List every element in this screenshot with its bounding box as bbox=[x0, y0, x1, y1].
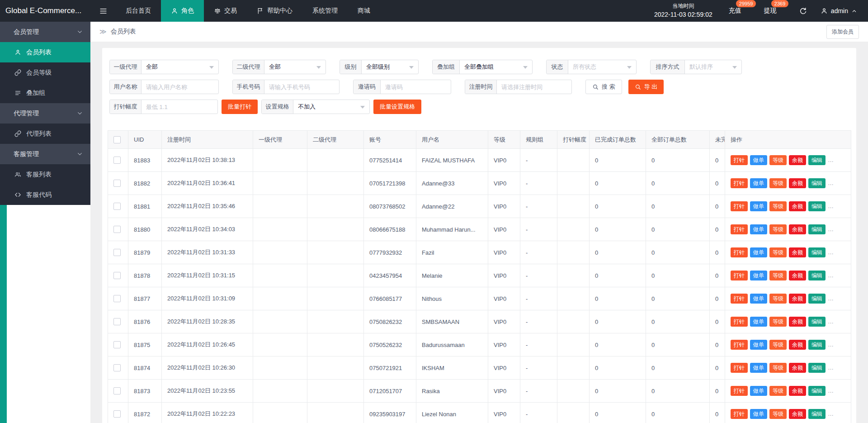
filter-agent1-select[interactable]: 全部 bbox=[142, 60, 218, 74]
nav-item-home[interactable]: 后台首页 bbox=[116, 0, 161, 22]
action-edit-button[interactable]: 编辑 bbox=[808, 409, 826, 419]
row-checkbox[interactable] bbox=[113, 410, 121, 418]
more-actions-button[interactable]: … bbox=[828, 249, 834, 256]
action-inject-button[interactable]: 打针 bbox=[731, 317, 748, 327]
action-inject-button[interactable]: 打针 bbox=[731, 155, 748, 165]
action-order-button[interactable]: 做单 bbox=[750, 178, 767, 188]
action-inject-button[interactable]: 打针 bbox=[731, 178, 748, 188]
action-balance-button[interactable]: 余额 bbox=[789, 201, 806, 211]
nav-item-trade[interactable]: 交易 bbox=[204, 0, 247, 22]
batch-inject-button[interactable]: 批量打针 bbox=[222, 100, 258, 114]
row-checkbox[interactable] bbox=[113, 387, 121, 394]
action-order-button[interactable]: 做单 bbox=[750, 271, 767, 280]
action-edit-button[interactable]: 编辑 bbox=[808, 363, 826, 373]
action-balance-button[interactable]: 余额 bbox=[789, 224, 806, 234]
action-inject-button[interactable]: 打针 bbox=[731, 224, 748, 234]
action-level-button[interactable]: 等级 bbox=[769, 178, 787, 188]
action-balance-button[interactable]: 余额 bbox=[789, 317, 806, 327]
action-order-button[interactable]: 做单 bbox=[750, 363, 767, 373]
filter-sort-select[interactable]: 默认排序 bbox=[685, 60, 741, 74]
row-checkbox[interactable] bbox=[113, 318, 121, 325]
more-actions-button[interactable]: … bbox=[828, 157, 834, 163]
sidebar-group-service-management[interactable]: 客服管理 bbox=[0, 144, 90, 164]
action-level-button[interactable]: 等级 bbox=[769, 386, 787, 396]
filter-level-select[interactable]: 全部级别 bbox=[362, 60, 418, 74]
row-checkbox[interactable] bbox=[113, 341, 121, 348]
action-order-button[interactable]: 做单 bbox=[750, 224, 767, 234]
more-actions-button[interactable]: … bbox=[828, 295, 834, 302]
sidebar-item-service-code[interactable]: 客服代码 bbox=[0, 185, 90, 205]
action-level-button[interactable]: 等级 bbox=[769, 271, 787, 280]
more-actions-button[interactable]: … bbox=[828, 226, 834, 233]
action-inject-button[interactable]: 打针 bbox=[731, 271, 748, 280]
action-level-button[interactable]: 等级 bbox=[769, 201, 787, 211]
more-actions-button[interactable]: … bbox=[828, 387, 834, 394]
sidebar-item-overlay-group[interactable]: 叠加组 bbox=[0, 83, 90, 103]
recharge-link[interactable]: 充值 29959 bbox=[729, 7, 741, 15]
action-balance-button[interactable]: 余额 bbox=[789, 386, 806, 396]
action-level-button[interactable]: 等级 bbox=[769, 247, 787, 257]
sidebar-toggle-menu-icon[interactable] bbox=[90, 0, 116, 22]
action-inject-button[interactable]: 打针 bbox=[731, 294, 748, 304]
more-actions-button[interactable]: … bbox=[828, 410, 834, 417]
sidebar-item-agent-list[interactable]: 代理列表 bbox=[0, 124, 90, 144]
filter-phone-input[interactable] bbox=[264, 81, 339, 94]
action-order-button[interactable]: 做单 bbox=[750, 340, 767, 350]
action-edit-button[interactable]: 编辑 bbox=[808, 317, 826, 327]
row-checkbox[interactable] bbox=[113, 364, 121, 371]
action-level-button[interactable]: 等级 bbox=[769, 155, 787, 165]
action-level-button[interactable]: 等级 bbox=[769, 224, 787, 234]
sidebar-item-member-list[interactable]: 会员列表 bbox=[0, 42, 90, 62]
action-balance-button[interactable]: 余额 bbox=[789, 178, 806, 188]
action-balance-button[interactable]: 余额 bbox=[789, 409, 806, 419]
row-checkbox[interactable] bbox=[113, 180, 121, 187]
more-actions-button[interactable]: … bbox=[828, 180, 834, 186]
row-checkbox[interactable] bbox=[113, 272, 121, 279]
select-all-checkbox[interactable] bbox=[113, 136, 121, 143]
more-actions-button[interactable]: … bbox=[828, 203, 834, 209]
action-order-button[interactable]: 做单 bbox=[750, 247, 767, 257]
action-edit-button[interactable]: 编辑 bbox=[808, 155, 826, 165]
filter-reg-time-input[interactable] bbox=[497, 81, 571, 94]
action-inject-button[interactable]: 打针 bbox=[731, 409, 748, 419]
more-actions-button[interactable]: … bbox=[828, 341, 834, 348]
action-edit-button[interactable]: 编辑 bbox=[808, 271, 826, 280]
row-checkbox[interactable] bbox=[113, 226, 121, 233]
more-actions-button[interactable]: … bbox=[828, 272, 834, 279]
action-level-button[interactable]: 等级 bbox=[769, 294, 787, 304]
action-balance-button[interactable]: 余额 bbox=[789, 363, 806, 373]
more-actions-button[interactable]: … bbox=[828, 318, 834, 325]
search-button[interactable]: 搜 索 bbox=[585, 80, 622, 94]
add-member-button[interactable]: 添加会员 bbox=[826, 25, 859, 39]
action-edit-button[interactable]: 编辑 bbox=[808, 294, 826, 304]
nav-item-system[interactable]: 系统管理 bbox=[302, 0, 348, 22]
filter-invite-code-input[interactable] bbox=[381, 81, 451, 94]
filter-agent2-select[interactable]: 全部 bbox=[264, 60, 326, 74]
filter-status-select[interactable]: 所有状态 bbox=[568, 60, 636, 74]
action-balance-button[interactable]: 余额 bbox=[789, 155, 806, 165]
action-level-button[interactable]: 等级 bbox=[769, 340, 787, 350]
action-edit-button[interactable]: 编辑 bbox=[808, 201, 826, 211]
amplitude-input[interactable] bbox=[142, 100, 217, 114]
filter-group-select[interactable]: 全部叠加组 bbox=[460, 60, 532, 74]
filter-username-input[interactable] bbox=[142, 81, 218, 94]
user-menu[interactable]: admin bbox=[821, 7, 857, 14]
action-edit-button[interactable]: 编辑 bbox=[808, 340, 826, 350]
action-order-button[interactable]: 做单 bbox=[750, 317, 767, 327]
action-balance-button[interactable]: 余额 bbox=[789, 247, 806, 257]
action-level-button[interactable]: 等级 bbox=[769, 409, 787, 419]
action-edit-button[interactable]: 编辑 bbox=[808, 247, 826, 257]
action-inject-button[interactable]: 打针 bbox=[731, 386, 748, 396]
action-edit-button[interactable]: 编辑 bbox=[808, 178, 826, 188]
action-inject-button[interactable]: 打针 bbox=[731, 363, 748, 373]
action-level-button[interactable]: 等级 bbox=[769, 363, 787, 373]
sidebar-group-agent-management[interactable]: 代理管理 bbox=[0, 103, 90, 124]
refresh-icon[interactable] bbox=[799, 7, 807, 15]
spec-select[interactable]: 不加入 bbox=[293, 100, 369, 114]
row-checkbox[interactable] bbox=[113, 203, 121, 210]
row-checkbox[interactable] bbox=[113, 249, 121, 256]
withdraw-link[interactable]: 提现 2369 bbox=[764, 7, 777, 15]
action-order-button[interactable]: 做单 bbox=[750, 155, 767, 165]
sidebar-item-member-level[interactable]: 会员等级 bbox=[0, 62, 90, 83]
sidebar-item-service-list[interactable]: 客服列表 bbox=[0, 164, 90, 185]
